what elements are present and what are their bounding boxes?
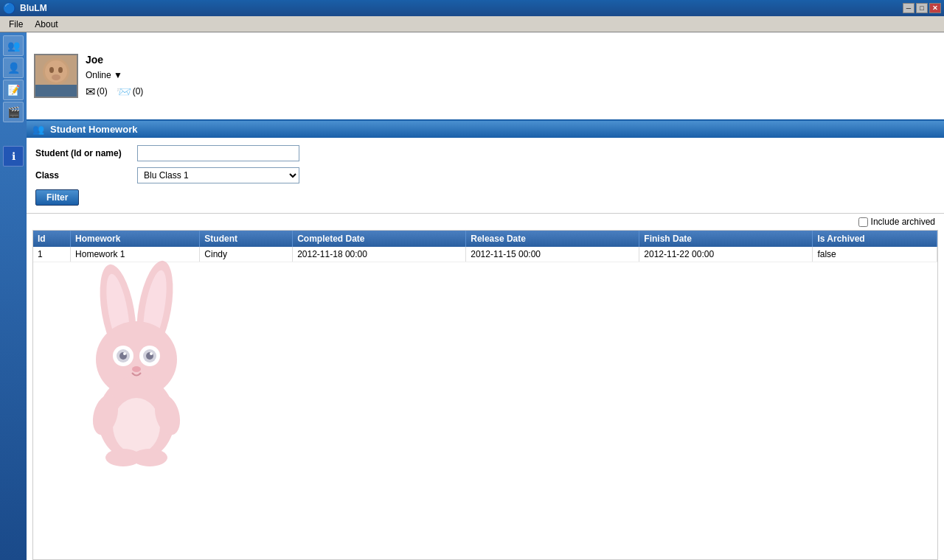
svg-point-19 — [123, 352, 126, 355]
student-input[interactable] — [137, 145, 299, 161]
close-button[interactable]: ✕ — [929, 3, 941, 13]
outbox-icon: 📨 — [117, 85, 131, 99]
include-archived-checkbox[interactable] — [858, 217, 868, 227]
sidebar: 👥 👤 📝 🎬 ℹ — [0, 32, 27, 560]
table-header-row: Id Homework Student Completed Date Relea… — [33, 231, 937, 247]
sidebar-profile-icon[interactable]: 👤 — [3, 57, 24, 78]
outbox-count: (0) — [133, 86, 144, 97]
app-logo-icon: 🔵 — [3, 2, 15, 14]
svg-point-3 — [58, 67, 63, 73]
table-cell: 2012-11-15 00:00 — [466, 247, 639, 262]
restore-button[interactable]: □ — [916, 3, 928, 13]
username: Joe — [86, 54, 143, 66]
sidebar-users-icon[interactable]: 👥 — [3, 35, 24, 56]
filter-button[interactable]: Filter — [35, 189, 79, 206]
svg-point-12 — [113, 398, 160, 454]
menu-about[interactable]: About — [29, 18, 63, 31]
svg-point-2 — [49, 67, 54, 73]
user-info: Joe Online ▼ ✉ (0) 📨 (0) — [86, 54, 143, 99]
panel-icon: 👥 — [32, 124, 44, 135]
user-header: Joe Online ▼ ✉ (0) 📨 (0) — [27, 32, 944, 121]
svg-rect-5 — [35, 85, 77, 97]
message-row: ✉ (0) 📨 (0) — [86, 85, 143, 99]
status-dropdown[interactable]: Online ▼ — [86, 70, 122, 80]
minimize-button[interactable]: ─ — [903, 3, 914, 13]
avatar-image — [35, 55, 77, 97]
status-row: Online ▼ — [86, 70, 143, 80]
archived-row: Include archived — [27, 214, 944, 230]
table-cell: Cindy — [200, 247, 293, 262]
table-cell: 2012-11-18 00:00 — [293, 247, 466, 262]
table-cell: 2012-11-22 00:00 — [639, 247, 813, 262]
student-filter-row: Student (Id or name) — [35, 145, 935, 161]
titlebar-left: 🔵 BluLM — [3, 2, 47, 14]
inbox-item[interactable]: ✉ (0) — [86, 85, 108, 99]
svg-point-20 — [150, 352, 153, 355]
class-filter-row: Class Blu Class 1 Blu Class 2 Blu Class … — [35, 167, 935, 183]
panel-header: 👥 Student Homework — [27, 121, 944, 138]
include-archived-label: Include archived — [871, 217, 935, 227]
mascot-image — [70, 253, 203, 466]
col-homework: Homework — [71, 231, 200, 247]
titlebar: 🔵 BluLM ─ □ ✕ — [0, 0, 944, 16]
table-cell: 1 — [33, 247, 71, 262]
svg-point-25 — [132, 449, 167, 466]
table-container: Id Homework Student Completed Date Relea… — [32, 230, 938, 560]
inbox-count: (0) — [97, 86, 108, 97]
main-panel: 👥 Student Homework Student (Id or name) … — [27, 121, 944, 560]
inbox-icon: ✉ — [86, 85, 95, 99]
student-label: Student (Id or name) — [35, 148, 131, 158]
content: Joe Online ▼ ✉ (0) 📨 (0) — [27, 32, 944, 560]
avatar — [34, 54, 78, 98]
col-finish-date: Finish Date — [639, 231, 813, 247]
col-is-archived: Is Archived — [813, 231, 937, 247]
col-id: Id — [33, 231, 71, 247]
col-release-date: Release Date — [466, 231, 639, 247]
table-cell: false — [813, 247, 937, 262]
col-completed-date: Completed Date — [293, 231, 466, 247]
sidebar-media-icon[interactable]: 🎬 — [3, 102, 24, 122]
class-select[interactable]: Blu Class 1 Blu Class 2 Blu Class 3 — [137, 167, 299, 183]
class-label: Class — [35, 170, 131, 181]
menu-file[interactable]: File — [3, 18, 29, 31]
app-body: 👥 👤 📝 🎬 ℹ Joe — [0, 32, 944, 560]
outbox-item[interactable]: 📨 (0) — [117, 85, 144, 99]
filter-area: Student (Id or name) Class Blu Class 1 B… — [27, 138, 944, 214]
titlebar-controls: ─ □ ✕ — [903, 3, 941, 13]
svg-point-21 — [132, 366, 141, 372]
svg-point-4 — [52, 74, 60, 80]
sidebar-info-icon[interactable]: ℹ — [3, 146, 24, 167]
col-student: Student — [200, 231, 293, 247]
app-title: BluLM — [20, 3, 47, 13]
panel-title: Student Homework — [50, 124, 137, 135]
sidebar-notes-icon[interactable]: 📝 — [3, 80, 24, 100]
menubar: File About — [0, 16, 944, 32]
